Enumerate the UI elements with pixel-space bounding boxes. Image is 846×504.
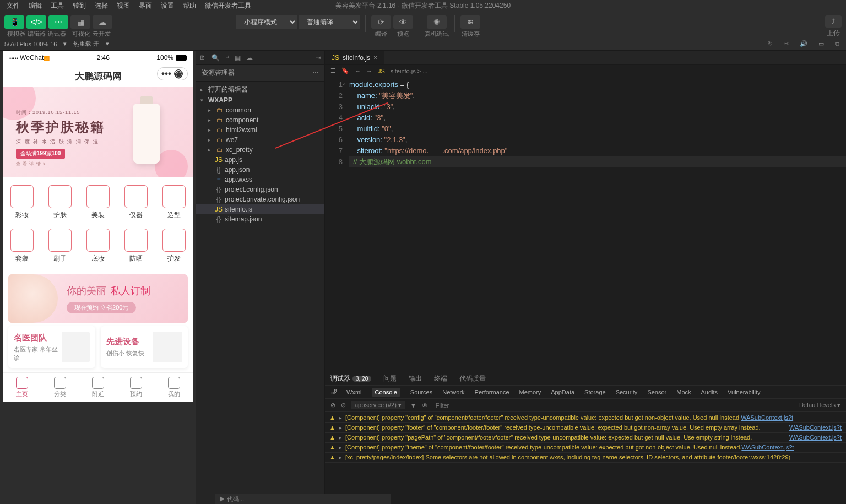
rotate-icon[interactable]: ↻ [766,40,775,47]
tree-folder[interactable]: ▸🗀html2wxml [196,125,324,135]
explorer-ext-icon[interactable]: ▦ [235,54,241,62]
tree-file[interactable]: JSsiteinfo.js [196,204,324,214]
console-clear-icon[interactable]: ⊘ [330,402,335,409]
capsule-menu-icon[interactable]: ••• [162,69,171,78]
devtools-tab[interactable]: Memory [519,389,541,395]
category-item[interactable]: 美装 [79,182,117,223]
menu-item[interactable]: 微信开发者工具 [200,1,256,10]
preview-btn[interactable]: 👁 [393,15,413,29]
explorer-search-icon[interactable]: 🔍 [212,54,220,62]
devtools-select-icon[interactable]: ⮰ [330,389,337,395]
float-icon[interactable]: ⧉ [833,40,842,47]
category-item[interactable]: 刷子 [41,225,79,267]
panel-tab[interactable]: 终端 [434,374,447,383]
tree-file[interactable]: ≡app.wxss [196,175,324,185]
editor-btn[interactable]: </> [26,15,46,29]
context-select[interactable]: appservice (#2) ▾ [351,401,405,409]
cut-icon[interactable]: ✂ [782,40,791,47]
tree-file[interactable]: {}project.private.config.json [196,194,324,204]
capsule-close-icon[interactable]: ◉ [174,69,183,78]
category-item[interactable]: 底妆 [79,225,117,267]
visual-btn[interactable]: ▦ [70,15,90,29]
bc-back-icon[interactable]: ← [355,68,361,74]
close-icon[interactable]: × [373,54,377,62]
menu-item[interactable]: 设置 [156,1,178,10]
devtools-tab[interactable]: Vulnerability [728,389,761,395]
explorer-files-icon[interactable]: 🗎 [199,54,206,62]
devtools-tab[interactable]: Mock [676,389,691,395]
devtools-tab[interactable]: Sources [410,389,432,395]
menu-item[interactable]: 帮助 [178,1,200,10]
panel-tab[interactable]: 调试器3, 20 [330,374,371,383]
console-entry[interactable]: ▲▸[Component] property "pagePath" of "co… [325,433,846,443]
tree-file[interactable]: {}sitemap.json [196,214,324,224]
explorer-more-icon[interactable]: ⋯ [312,68,319,78]
console-entry[interactable]: ▲▸[Component] property "theme" of "compo… [325,443,846,453]
compile-btn[interactable]: ⟳ [371,15,391,29]
speaker-icon[interactable]: 🔊 [798,40,810,47]
menu-item[interactable]: 视图 [112,1,134,10]
editor-tab-siteinfo[interactable]: JSsiteinfo.js× [325,51,384,64]
breadcrumb[interactable]: siteinfo.js > ... [391,68,428,74]
debugger-btn[interactable]: ⋯ [48,15,68,29]
cloud-btn[interactable]: ☁ [93,15,112,29]
bc-fwd-icon[interactable]: → [366,68,372,74]
tabbar-item[interactable]: 分类 [41,373,79,402]
console-entry[interactable]: ▲▸[Component] property "footer" of "comp… [325,423,846,433]
panel-tab[interactable]: 输出 [409,374,422,383]
category-item[interactable]: 造型 [155,182,193,223]
explorer-cloud-icon[interactable]: ☁ [246,54,253,62]
tabbar-item[interactable]: 主页 [3,373,41,402]
devtools-tab[interactable]: Audits [701,389,718,395]
tabbar-item[interactable]: 附近 [79,373,117,402]
devtools-tab[interactable]: Security [616,389,638,395]
tabbar-item[interactable]: 预约 [117,373,155,402]
mode-select[interactable]: 小程序模式 [236,15,297,29]
devtools-tab[interactable]: Network [442,389,464,395]
menu-item[interactable]: 界面 [134,1,156,10]
console-eye-icon[interactable]: 👁 [422,402,428,409]
realdevice-btn[interactable]: ✺ [427,15,447,29]
filter-input[interactable] [433,401,794,410]
devtools-tab[interactable]: Sensor [647,389,666,395]
menu-item[interactable]: 选择 [90,1,112,10]
devtools-tab[interactable]: Performance [475,389,509,395]
tree-file[interactable]: JSapp.js [196,155,324,165]
menu-item[interactable]: 文件 [2,1,24,10]
category-item[interactable]: 套装 [3,225,41,267]
tree-folder[interactable]: ▸🗀common [196,105,324,115]
console-entry[interactable]: ▲▸[Component] property "config" of "comp… [325,413,846,423]
clearcache-btn[interactable]: ≋ [460,15,480,29]
compile-select[interactable]: 普通编译 [299,15,360,29]
feature-card[interactable]: 先进设备创伤小 恢复快 [101,326,188,368]
devtools-tab[interactable]: Console [372,388,400,397]
category-item[interactable]: 彩妆 [3,182,41,223]
fold-icon[interactable]: ⌄ [341,80,346,86]
bc-bookmark-icon[interactable]: 🔖 [341,67,349,74]
levels-select[interactable]: Default levels ▾ [799,402,840,409]
category-item[interactable]: 护肤 [41,182,79,223]
simulator-btn[interactable]: 📱 [4,15,24,29]
menu-item[interactable]: 工具 [46,1,68,10]
upload-btn[interactable]: ⤴上传 [825,15,842,38]
panel-tab[interactable]: 代码质量 [459,374,486,383]
menu-item[interactable]: 转到 [68,1,90,10]
reload-toggle[interactable]: 热重载 开 [73,40,99,48]
tabbar-item[interactable]: 我的 [155,373,193,402]
devtools-tab[interactable]: AppData [551,389,574,395]
tree-file[interactable]: {}app.json [196,165,324,175]
devtools-tab[interactable]: Storage [584,389,606,395]
hero-banner[interactable]: 时间：2019.10.15-11.15 秋季护肤秘籍 深 度 补 水 活 肤 滋… [3,87,193,177]
tree-folder[interactable]: ▸🗀component [196,115,324,125]
tree-open-editors[interactable]: ▸打开的编辑器 [196,84,324,95]
explorer-git-icon[interactable]: ⑂ [225,54,229,62]
device-select[interactable]: 5/7/8 Plus 100% 16 [4,41,57,47]
devtools-tab[interactable]: Wxml [346,389,362,395]
console-stop-icon[interactable]: ⊘ [341,402,346,409]
category-item[interactable]: 仅器 [117,182,155,223]
explorer-collapse-icon[interactable]: ⇥ [316,54,321,62]
promo-banner[interactable]: 你的美丽私人订制 现在预约 立省200元 [8,274,188,323]
category-item[interactable]: 护发 [155,225,193,267]
tree-root[interactable]: ▾WXAPP [196,95,324,105]
panel-tab[interactable]: 问题 [383,374,397,383]
